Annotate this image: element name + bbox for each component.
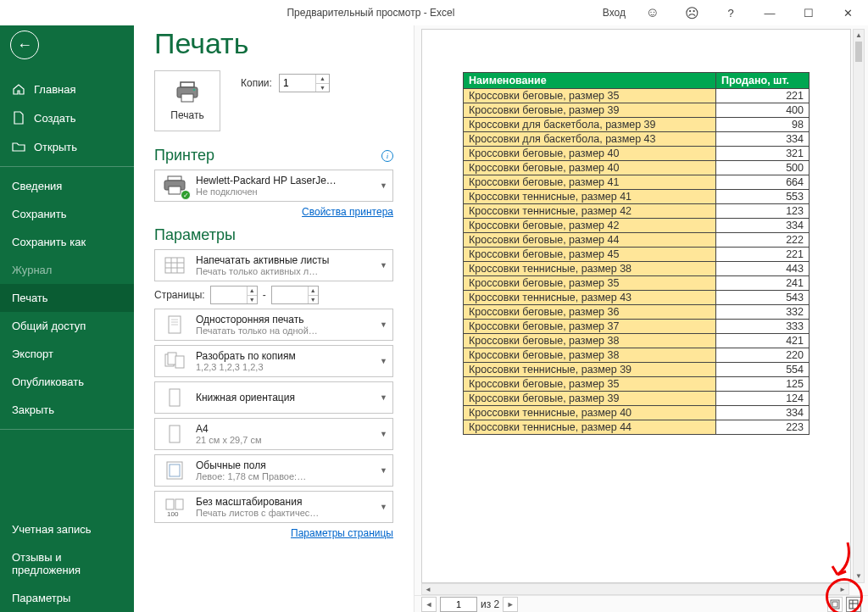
table-row: Кроссовки для баскетбола, размер 3998 (464, 118, 810, 132)
chevron-down-icon: ▼ (380, 261, 387, 270)
margins-icon (160, 458, 189, 483)
sidebar-item-print[interactable]: Печать (0, 284, 134, 312)
print-button[interactable]: Печать (154, 70, 220, 131)
table-row: Кроссовки беговые, размер 45221 (464, 248, 810, 262)
print-button-label: Печать (170, 109, 203, 121)
close-icon[interactable]: ✕ (831, 1, 865, 25)
page-side-icon (160, 312, 189, 337)
sidebar-item-saveas[interactable]: Сохранить как (0, 228, 134, 256)
sidebar-label-open: Открыть (34, 141, 77, 153)
table-row: Кроссовки теннисные, размер 40334 (464, 406, 810, 420)
page-to-spinner[interactable]: ▲▼ (271, 286, 319, 304)
sidebar-item-close[interactable]: Закрыть (0, 396, 134, 424)
svg-rect-23 (166, 499, 174, 509)
col-qty: Продано, шт. (716, 73, 810, 89)
scroll-thumb[interactable] (855, 42, 862, 62)
table-row: Кроссовки беговые, размер 39124 (464, 392, 810, 406)
chevron-down-icon: ▼ (380, 320, 387, 329)
paper-icon (160, 421, 189, 447)
sidebar-item-home[interactable]: Главная (0, 75, 134, 103)
prev-page-button[interactable]: ◄ (421, 597, 437, 612)
orientation-icon (160, 385, 189, 410)
login-link[interactable]: Вход (603, 7, 626, 19)
printer-status: Не подключен (196, 186, 373, 197)
printer-icon (174, 81, 201, 104)
copies-spinner[interactable]: ▲▼ (279, 74, 330, 92)
sidebar-item-export[interactable]: Экспорт (0, 340, 134, 368)
page-from-input[interactable] (211, 287, 247, 303)
chevron-down-icon: ▼ (380, 503, 387, 511)
copies-input[interactable] (280, 75, 315, 92)
table-row: Кроссовки беговые, размер 38220 (464, 348, 810, 363)
print-what-dropdown[interactable]: Напечатать активные листыПечать только а… (154, 249, 393, 281)
open-icon (12, 140, 25, 153)
table-row: Кроссовки беговые, размер 38421 (464, 334, 810, 348)
show-margins-button[interactable] (827, 597, 843, 612)
table-row: Кроссовки теннисные, размер 43543 (464, 291, 810, 305)
orientation-dropdown[interactable]: Книжная ориентация ▼ (154, 381, 393, 414)
chevron-down-icon: ▼ (380, 181, 387, 190)
page-number-input[interactable] (440, 597, 477, 612)
backstage-sidebar: ← Главная Создать Открыть Сведения Сохра… (0, 25, 134, 612)
sidebar-label-home: Главная (34, 83, 75, 96)
scaling-dropdown[interactable]: 100 Без масштабированияПечать листов с ф… (154, 491, 393, 523)
sidebar-item-account[interactable]: Учетная запись (0, 515, 134, 543)
sidebar-item-feedback[interactable]: Отзывы и предложения (0, 543, 134, 584)
page-from-spinner[interactable]: ▲▼ (210, 286, 258, 304)
chevron-down-icon: ▼ (380, 430, 387, 438)
zoom-to-page-button[interactable] (846, 597, 861, 612)
margins-dropdown[interactable]: Обычные поляЛевое: 1,78 см Правое:… ▼ (154, 454, 393, 487)
scaling-icon: 100 (160, 494, 189, 520)
printer-dropdown[interactable]: ✓ Hewlett-Packard HP LaserJe… Не подключ… (154, 170, 393, 202)
scroll-left-icon[interactable]: ◄ (422, 586, 434, 593)
chevron-down-icon: ▼ (380, 357, 387, 365)
table-row: Кроссовки беговые, размер 44222 (464, 233, 810, 248)
paper-dropdown[interactable]: A421 см x 29,7 см ▼ (154, 418, 393, 450)
spin-down-icon[interactable]: ▼ (316, 84, 329, 92)
table-row: Кроссовки теннисные, размер 39554 (464, 363, 810, 377)
sidebar-item-publish[interactable]: Опубликовать (0, 368, 134, 396)
table-row: Кроссовки беговые, размер 42334 (464, 219, 810, 233)
scroll-down-icon[interactable]: ▼ (854, 570, 864, 582)
svg-rect-18 (175, 356, 184, 368)
sidebar-item-save[interactable]: Сохранить (0, 200, 134, 228)
help-icon[interactable]: ? (714, 1, 748, 25)
table-row: Кроссовки теннисные, размер 42123 (464, 204, 810, 219)
spin-up-icon[interactable]: ▲ (316, 75, 329, 84)
svg-rect-0 (181, 82, 194, 87)
back-button[interactable]: ← (10, 31, 39, 59)
sidebar-item-new[interactable]: Создать (0, 103, 134, 132)
page-to-input[interactable] (272, 287, 308, 303)
sidebar-label-new: Создать (34, 112, 75, 125)
horizontal-scrollbar[interactable]: ◄ ► (421, 583, 849, 595)
maximize-icon[interactable]: ☐ (792, 1, 826, 25)
table-row: Кроссовки беговые, размер 40500 (464, 161, 810, 175)
table-row: Кроссовки теннисные, размер 44223 (464, 420, 810, 435)
sidebar-item-share[interactable]: Общий доступ (0, 312, 134, 340)
sidebar-item-options[interactable]: Параметры (0, 584, 134, 612)
scroll-right-icon[interactable]: ► (837, 586, 849, 593)
sheets-icon (160, 253, 189, 278)
sidebar-item-open[interactable]: Открыть (0, 132, 134, 161)
minimize-icon[interactable]: — (753, 1, 787, 25)
sidebar-item-info[interactable]: Сведения (0, 172, 134, 200)
vertical-scrollbar[interactable]: ▲ ▼ (853, 29, 865, 583)
pages-sep: - (263, 289, 266, 301)
svg-rect-6 (169, 186, 181, 194)
preview-table: Наименование Продано, шт. Кроссовки бего… (463, 72, 810, 435)
chevron-down-icon: ▼ (380, 466, 387, 475)
scroll-up-icon[interactable]: ▲ (854, 30, 864, 42)
info-icon[interactable]: i (381, 150, 393, 162)
frown-icon[interactable]: ☹ (675, 1, 709, 25)
home-icon (12, 82, 25, 96)
next-page-button[interactable]: ► (503, 597, 518, 612)
printer-properties-link[interactable]: Свойства принтера (154, 206, 393, 218)
page-setup-link[interactable]: Параметры страницы (154, 527, 393, 539)
printer-name: Hewlett-Packard HP LaserJe… (196, 175, 373, 186)
titlebar: Предварительный просмотр - Excel Вход ☺ … (0, 0, 868, 25)
printer-section-title: Принтер (154, 147, 214, 164)
svg-rect-2 (181, 94, 193, 102)
sides-dropdown[interactable]: Односторонняя печатьПечатать только на о… (154, 309, 393, 341)
smile-icon[interactable]: ☺ (636, 1, 670, 25)
collate-dropdown[interactable]: Разобрать по копиям1,2,3 1,2,3 1,2,3 ▼ (154, 345, 393, 377)
